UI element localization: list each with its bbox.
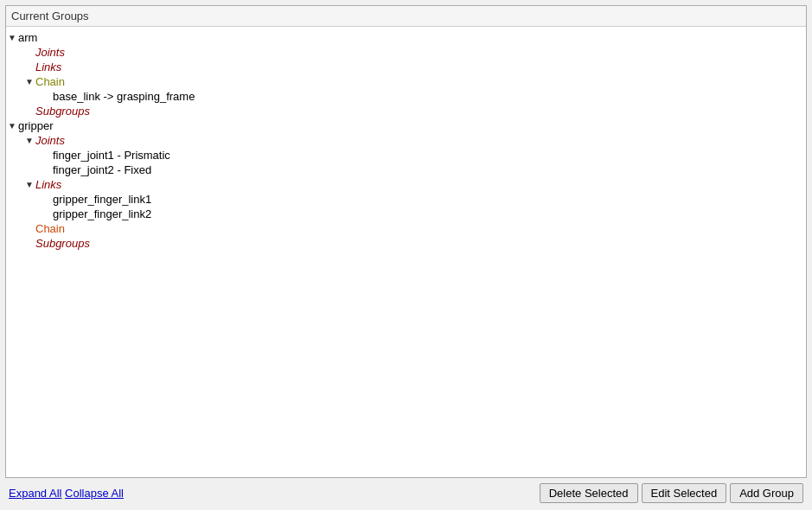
tree-node-gripper-joints-fj2: finger_joint2 - Fixed bbox=[6, 163, 806, 177]
node-label-gripper-joints-fj2: finger_joint2 - Fixed bbox=[53, 163, 151, 176]
tree-area: ▼armJointsLinks▼Chainbase_link -> graspi… bbox=[6, 27, 806, 477]
action-buttons: Delete Selected Edit Selected Add Group bbox=[540, 483, 803, 503]
tree-node-arm-chain: ▼Chainbase_link -> grasping_frame bbox=[6, 74, 806, 104]
tree-node-gripper-joints: ▼Jointsfinger_joint1 - Prismaticfinger_j… bbox=[6, 133, 806, 177]
tree-row-gripper-joints[interactable]: ▼Joints bbox=[6, 133, 806, 148]
children-container-arm: JointsLinks▼Chainbase_link -> grasping_f… bbox=[6, 45, 806, 118]
children-container-gripper-joints: finger_joint1 - Prismaticfinger_joint2 -… bbox=[6, 148, 806, 177]
tree-node-gripper-joints-fj1: finger_joint1 - Prismatic bbox=[6, 148, 806, 163]
tree-node-arm-joints: Joints bbox=[6, 45, 806, 60]
tree-node-gripper-subgroups: Subgroups bbox=[6, 236, 806, 251]
children-container-arm-chain: base_link -> grasping_frame bbox=[6, 89, 806, 104]
tree-row-gripper-links-fl2[interactable]: gripper_finger_link2 bbox=[6, 207, 806, 221]
toggle-icon[interactable]: ▼ bbox=[6, 121, 18, 131]
children-container-gripper: ▼Jointsfinger_joint1 - Prismaticfinger_j… bbox=[6, 133, 806, 251]
children-container-gripper-links: gripper_finger_link1gripper_finger_link2 bbox=[6, 192, 806, 221]
tree-row-gripper-joints-fj2[interactable]: finger_joint2 - Fixed bbox=[6, 163, 806, 177]
toggle-icon[interactable]: ▼ bbox=[23, 180, 35, 189]
tree-node-gripper-links-fl1: gripper_finger_link1 bbox=[6, 192, 806, 207]
delete-selected-button[interactable]: Delete Selected bbox=[540, 483, 638, 503]
node-label-arm-subgroups: Subgroups bbox=[35, 105, 90, 118]
main-container: Current Groups ▼armJointsLinks▼Chainbase… bbox=[0, 0, 812, 510]
node-label-gripper: gripper bbox=[18, 119, 53, 132]
tree-node-arm: ▼armJointsLinks▼Chainbase_link -> graspi… bbox=[6, 30, 806, 118]
tree-node-gripper: ▼gripper▼Jointsfinger_joint1 - Prismatic… bbox=[6, 118, 806, 251]
expand-collapse-links: Expand All Collapse All bbox=[9, 487, 124, 500]
tree-node-arm-links: Links bbox=[6, 60, 806, 74]
collapse-all-button[interactable]: Collapse All bbox=[65, 487, 124, 500]
tree-row-arm-links[interactable]: Links bbox=[6, 60, 806, 74]
node-label-gripper-joints-fj1: finger_joint1 - Prismatic bbox=[53, 149, 170, 162]
tree-row-gripper-links-fl1[interactable]: gripper_finger_link1 bbox=[6, 192, 806, 207]
tree-row-arm-chain-value[interactable]: base_link -> grasping_frame bbox=[6, 89, 806, 104]
tree-row-gripper-chain[interactable]: Chain bbox=[6, 221, 806, 236]
node-label-arm-joints: Joints bbox=[35, 46, 65, 59]
tree-row-arm-chain[interactable]: ▼Chain bbox=[6, 74, 806, 89]
node-label-gripper-chain: Chain bbox=[35, 222, 65, 235]
tree-row-gripper[interactable]: ▼gripper bbox=[6, 118, 806, 133]
tree-node-gripper-links: ▼Linksgripper_finger_link1gripper_finger… bbox=[6, 177, 806, 221]
tree-row-gripper-links[interactable]: ▼Links bbox=[6, 177, 806, 192]
toggle-icon[interactable]: ▼ bbox=[23, 77, 35, 86]
tree-row-arm-subgroups[interactable]: Subgroups bbox=[6, 104, 806, 118]
groups-panel: Current Groups ▼armJointsLinks▼Chainbase… bbox=[5, 5, 807, 478]
tree-node-gripper-links-fl2: gripper_finger_link2 bbox=[6, 207, 806, 221]
node-label-gripper-links-fl2: gripper_finger_link2 bbox=[53, 207, 151, 220]
add-group-button[interactable]: Add Group bbox=[730, 483, 803, 503]
tree-node-arm-chain-value: base_link -> grasping_frame bbox=[6, 89, 806, 104]
tree-row-gripper-joints-fj1[interactable]: finger_joint1 - Prismatic bbox=[6, 148, 806, 163]
bottom-bar: Expand All Collapse All Delete Selected … bbox=[5, 478, 807, 505]
toggle-icon[interactable]: ▼ bbox=[23, 136, 35, 145]
node-label-arm-links: Links bbox=[35, 61, 61, 73]
edit-selected-button[interactable]: Edit Selected bbox=[642, 483, 727, 503]
node-label-gripper-links-fl1: gripper_finger_link1 bbox=[53, 193, 151, 206]
tree-row-arm-joints[interactable]: Joints bbox=[6, 45, 806, 60]
tree-row-arm[interactable]: ▼arm bbox=[6, 30, 806, 45]
toggle-icon[interactable]: ▼ bbox=[6, 33, 18, 42]
panel-title: Current Groups bbox=[6, 6, 806, 27]
expand-all-button[interactable]: Expand All bbox=[9, 487, 61, 500]
node-label-arm-chain: Chain bbox=[35, 75, 65, 88]
node-label-gripper-subgroups: Subgroups bbox=[35, 237, 90, 250]
node-label-arm-chain-value: base_link -> grasping_frame bbox=[53, 90, 195, 103]
tree-node-arm-subgroups: Subgroups bbox=[6, 104, 806, 118]
tree-node-gripper-chain: Chain bbox=[6, 221, 806, 236]
node-label-gripper-links: Links bbox=[35, 178, 61, 191]
tree-row-gripper-subgroups[interactable]: Subgroups bbox=[6, 236, 806, 251]
node-label-arm: arm bbox=[18, 31, 37, 44]
node-label-gripper-joints: Joints bbox=[35, 134, 65, 147]
